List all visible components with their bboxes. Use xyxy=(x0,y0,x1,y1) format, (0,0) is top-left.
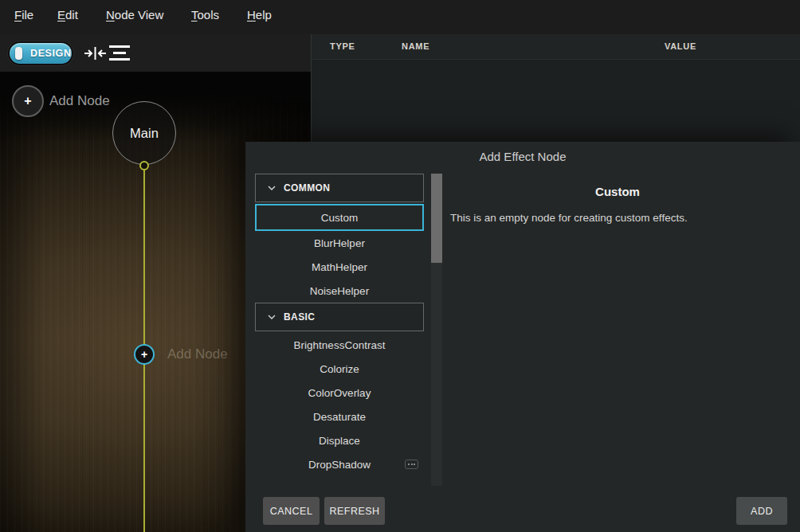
effect-description: This is an empty node for creating custo… xyxy=(450,212,785,224)
main-node-label: Main xyxy=(130,126,159,141)
list-item-noisehelper[interactable]: NoiseHelper xyxy=(255,279,424,303)
add-node-button[interactable]: + xyxy=(12,85,44,117)
plus-icon: + xyxy=(141,349,147,360)
cancel-button[interactable]: CANCEL xyxy=(263,497,320,525)
main-node[interactable]: Main xyxy=(112,101,176,165)
list-item-desaturate[interactable]: Desaturate xyxy=(255,405,424,428)
toggle-knob-icon xyxy=(15,47,22,60)
menu-help[interactable]: Help xyxy=(247,8,272,22)
menu-file[interactable]: File xyxy=(14,8,33,22)
menu-bar: File Edit Node View Tools Help xyxy=(0,0,800,34)
collapse-horizontal-icon[interactable] xyxy=(84,45,106,62)
align-lines-icon[interactable] xyxy=(108,45,131,62)
column-header-type: TYPE xyxy=(330,41,355,51)
section-header-basic[interactable]: BASIC xyxy=(255,303,424,331)
chevron-down-icon xyxy=(268,186,276,190)
list-item-label: DropShadow xyxy=(308,459,371,471)
node-output-port[interactable] xyxy=(139,161,149,170)
design-toggle-button[interactable]: DESIGN xyxy=(8,41,73,65)
list-item-mathhelper[interactable]: MathHelper xyxy=(255,255,424,279)
list-scrollbar[interactable] xyxy=(431,174,442,486)
section-label: COMMON xyxy=(284,182,330,194)
add-button[interactable]: ADD xyxy=(736,497,787,525)
ellipsis-icon[interactable] xyxy=(405,460,418,469)
toolbar: DESIGN xyxy=(0,34,311,72)
section-header-common[interactable]: COMMON xyxy=(255,174,424,202)
list-item-dropshadow[interactable]: DropShadow xyxy=(255,452,424,476)
refresh-button[interactable]: REFRESH xyxy=(324,497,385,525)
menu-tools[interactable]: Tools xyxy=(191,8,219,22)
section-label: BASIC xyxy=(284,311,315,323)
plus-icon: + xyxy=(24,94,31,108)
column-header-name: NAME xyxy=(402,41,429,51)
add-node-inline-label: Add Node xyxy=(167,346,228,362)
effect-name-heading: Custom xyxy=(450,185,785,198)
add-node-label: Add Node xyxy=(49,93,110,109)
menu-edit[interactable]: Edit xyxy=(57,8,78,22)
design-toggle-label: DESIGN xyxy=(30,48,72,59)
scrollbar-thumb[interactable] xyxy=(431,174,442,263)
add-node-inline-button[interactable]: + xyxy=(134,344,155,365)
dialog-title: Add Effect Node xyxy=(245,150,800,163)
effect-list: COMMON Custom BlurHelper MathHelper Nois… xyxy=(255,174,424,476)
list-item-custom[interactable]: Custom xyxy=(255,204,424,231)
column-header-value: VALUE xyxy=(665,41,696,51)
properties-header-row: TYPE NAME VALUE xyxy=(312,34,800,60)
add-effect-node-dialog: Add Effect Node COMMON Custom BlurHelper… xyxy=(245,142,800,532)
chevron-down-icon xyxy=(268,315,276,319)
list-item-coloroverlay[interactable]: ColorOverlay xyxy=(255,381,424,405)
list-item-brightnesscontrast[interactable]: BrightnessContrast xyxy=(255,333,424,357)
list-item-colorize[interactable]: Colorize xyxy=(255,357,424,381)
list-item-blurhelper[interactable]: BlurHelper xyxy=(255,231,424,255)
menu-node-view[interactable]: Node View xyxy=(106,8,163,22)
list-item-displace[interactable]: Displace xyxy=(255,428,424,452)
effect-detail-panel: Custom This is an empty node for creatin… xyxy=(450,185,785,224)
